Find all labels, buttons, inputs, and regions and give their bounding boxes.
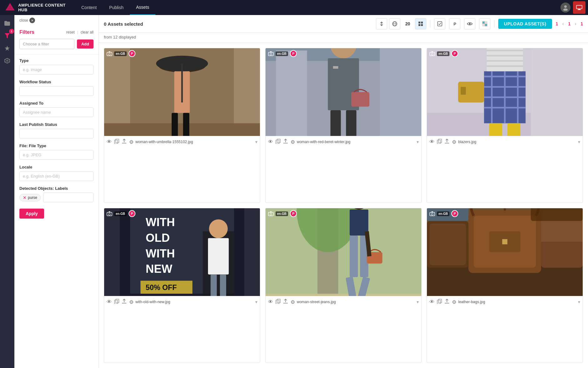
nav-link-publish[interactable]: Publish — [103, 0, 130, 15]
preview-icon-3[interactable]: 👁 — [429, 139, 434, 145]
sidebar-item-filter[interactable]: 1 — [2, 30, 13, 41]
locale-badge-2: en-GB — [276, 51, 288, 56]
page-first: 1 — [556, 21, 558, 26]
copy-icon-5[interactable] — [276, 299, 281, 305]
clear-all-link[interactable]: clear all — [81, 30, 94, 34]
svg-point-132 — [431, 213, 433, 215]
expand-btn-6[interactable]: ▾ — [578, 299, 580, 304]
svg-marker-8 — [5, 46, 10, 51]
asset-actions-3: 👁 ⚙ — [429, 139, 456, 145]
preview-icon-1[interactable]: 👁 — [107, 139, 112, 145]
preview-icon-4[interactable]: 👁 — [107, 299, 112, 305]
purse-tag-remove[interactable]: ✕ — [23, 195, 27, 200]
preview-icon-6[interactable]: 👁 — [429, 299, 434, 305]
visibility-btn[interactable] — [464, 18, 475, 29]
expand-btn-1[interactable]: ▾ — [255, 139, 257, 144]
settings-icon-4[interactable]: ⚙ — [129, 299, 134, 305]
copy-icon-4[interactable] — [114, 299, 119, 305]
nav-right — [560, 1, 588, 14]
page-prev-btn[interactable]: ‹ — [559, 20, 567, 28]
sort-btn[interactable] — [376, 18, 387, 29]
file-type-input[interactable] — [19, 150, 94, 160]
brand-logo — [5, 2, 15, 13]
svg-text:WITH: WITH — [146, 247, 175, 260]
svg-rect-141 — [429, 224, 466, 265]
svg-rect-44 — [116, 139, 119, 143]
publish-status-input[interactable] — [19, 129, 94, 138]
sidebar-item-cube[interactable] — [2, 55, 13, 66]
locale-label: Locale — [19, 165, 94, 169]
svg-rect-4 — [576, 5, 582, 9]
asset-footer-4: 👁 ⚙ — [104, 296, 260, 308]
copy-icon-6[interactable] — [437, 299, 442, 305]
globe-btn[interactable] — [389, 18, 400, 29]
globe-icon — [392, 21, 398, 27]
svg-text:50% OFF: 50% OFF — [146, 283, 177, 292]
settings-icon-2[interactable]: ⚙ — [291, 139, 295, 145]
close-filter-btn[interactable]: close ✕ — [14, 15, 99, 26]
detected-objects-input[interactable] — [43, 193, 94, 202]
upload-icon-1[interactable] — [122, 139, 127, 145]
svg-rect-16 — [418, 22, 420, 23]
upload-icon-6[interactable] — [444, 299, 449, 305]
asset-actions-6: 👁 ⚙ — [429, 299, 456, 305]
settings-icon-6[interactable]: ⚙ — [452, 299, 456, 305]
svg-rect-89 — [438, 139, 442, 143]
svg-rect-24 — [485, 21, 487, 24]
svg-rect-85 — [507, 123, 520, 136]
nav-link-assets[interactable]: Assets — [130, 0, 155, 15]
expand-btn-3[interactable]: ▾ — [578, 139, 580, 144]
published-badge-3: P — [451, 50, 458, 57]
svg-point-93 — [109, 213, 110, 215]
upload-icon-3[interactable] — [444, 139, 449, 145]
expand-btn-4[interactable]: ▾ — [255, 299, 257, 304]
upload-icon-2[interactable] — [283, 139, 288, 145]
svg-rect-87 — [461, 87, 466, 95]
svg-rect-57 — [333, 66, 338, 69]
svg-point-3 — [563, 8, 568, 11]
pattern-view-btn[interactable] — [479, 18, 490, 29]
preview-icon-5[interactable]: 👁 — [268, 299, 273, 305]
upload-icon-5[interactable] — [283, 299, 288, 305]
svg-rect-59 — [346, 110, 356, 136]
upload-assets-btn[interactable]: UPLOAD ASSET(S) — [498, 19, 552, 29]
svg-rect-107 — [220, 274, 226, 296]
filter-select-dropdown[interactable]: Choose a filter — [19, 39, 74, 49]
sidebar-item-folder[interactable] — [2, 18, 13, 29]
nav-link-content[interactable]: Content — [75, 0, 103, 15]
page-next-btn[interactable]: › — [572, 20, 579, 28]
locale-badge-1: en-GB — [114, 51, 127, 56]
star-icon — [4, 45, 10, 51]
copy-icon-2[interactable] — [276, 139, 281, 145]
svg-rect-58 — [331, 110, 341, 136]
close-icon: ✕ — [29, 18, 35, 23]
content-toolbar: 0 Assets selected 20 — [99, 15, 588, 33]
settings-icon-3[interactable]: ⚙ — [452, 139, 456, 145]
asset-name-1: woman-with-umbrella-1555102.jpg — [135, 140, 253, 144]
display-toggle-btn[interactable] — [573, 1, 585, 14]
sidebar-item-star[interactable] — [2, 43, 13, 54]
settings-icon-1[interactable]: ⚙ — [129, 139, 134, 145]
copy-icon-1[interactable] — [114, 139, 119, 145]
copy-icon-3[interactable] — [437, 139, 442, 145]
svg-rect-139 — [502, 239, 508, 245]
upload-icon-4[interactable] — [122, 299, 127, 305]
select-all-btn[interactable] — [434, 18, 445, 29]
toolbar-sort-group — [376, 18, 400, 29]
svg-rect-60 — [351, 92, 369, 106]
expand-btn-5[interactable]: ▾ — [417, 299, 419, 304]
locale-input[interactable] — [19, 171, 94, 181]
assignee-input[interactable] — [19, 107, 94, 117]
add-filter-btn[interactable]: Add — [77, 39, 94, 49]
type-input[interactable] — [19, 65, 94, 75]
expand-btn-2[interactable]: ▾ — [417, 139, 419, 144]
workflow-input[interactable] — [19, 86, 94, 96]
user-avatar[interactable] — [560, 3, 570, 13]
grid-view-btn[interactable] — [415, 18, 426, 29]
svg-point-29 — [109, 53, 110, 55]
preview-icon-2[interactable]: 👁 — [268, 139, 273, 145]
reset-link[interactable]: reset — [66, 30, 75, 34]
settings-icon-5[interactable]: ⚙ — [291, 299, 295, 305]
apply-filter-btn[interactable]: Apply — [19, 209, 44, 219]
publish-status-btn[interactable]: P — [449, 18, 460, 29]
